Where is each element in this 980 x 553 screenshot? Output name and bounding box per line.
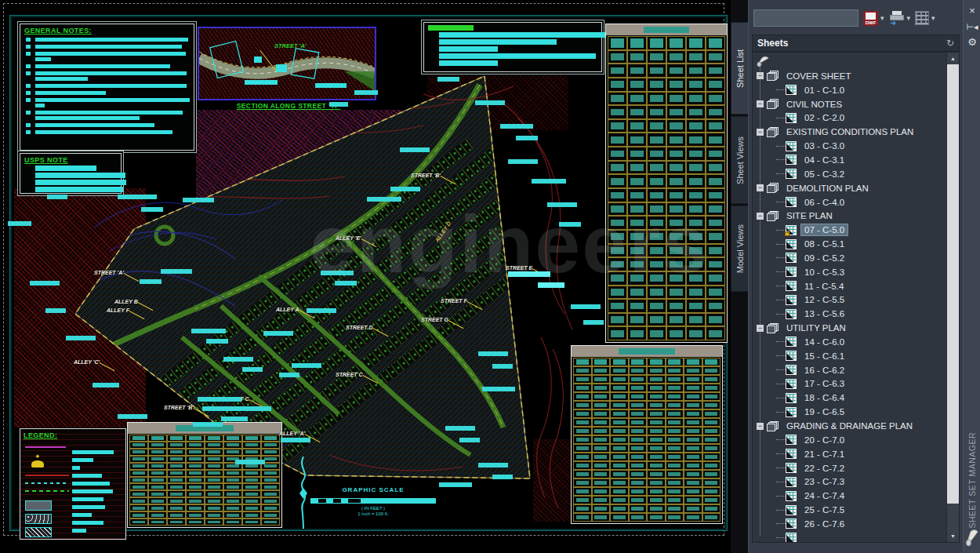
sheet-set-corner-icon[interactable] [964, 527, 980, 548]
scroll-down-button[interactable]: ▼ [947, 530, 959, 542]
sheet-label[interactable]: 21 - C-7.1 [801, 449, 848, 460]
tab-sheet-views[interactable]: Sheet Views [731, 116, 748, 204]
sheet-label[interactable]: 26 - C-7.6 [801, 518, 848, 529]
sheet-label[interactable]: 09 - C-5.2 [801, 253, 848, 264]
category-label[interactable]: GRADING & DRAINAGE PLAN [783, 420, 916, 431]
tree-sheet-row[interactable]: 06 - C-4.0 [753, 195, 946, 209]
category-label[interactable]: COVER SHEET [783, 71, 854, 82]
sheet-tree[interactable]: −COVER SHEET01 - C-1.0−CIVIL NOTES02 - C… [752, 52, 960, 543]
tree-sheet-row[interactable]: 18 - C-6.4 [753, 391, 946, 405]
tree-sheet-row[interactable]: 22 - C-7.2 [753, 461, 946, 475]
street-label: STREET G [421, 317, 448, 322]
tree-sheet-row[interactable]: 24 - C-7.4 [753, 489, 946, 503]
sheet-label[interactable]: 19 - C-6.5 [801, 406, 848, 417]
tree-sheet-row[interactable]: 04 - C-3.1 [753, 153, 946, 167]
tree-category-row[interactable]: −SITE PLAN [753, 209, 946, 223]
tree-sheet-row[interactable]: 16 - C-6.2 [753, 363, 946, 377]
sheet-icon [786, 141, 797, 151]
tree-sheet-row[interactable]: 13 - C-5.6 [753, 307, 946, 321]
category-label[interactable]: CIVIL NOTES [783, 99, 845, 110]
sheet-label[interactable]: 11 - C-5.4 [801, 281, 847, 292]
collapse-icon[interactable]: − [757, 325, 764, 332]
collapse-icon[interactable]: − [757, 72, 764, 79]
sheet-label[interactable]: 03 - C-3.0 [801, 140, 848, 151]
tree-sheet-row[interactable]: 20 - C-7.0 [753, 433, 946, 447]
palette-title-bar: × ⊢◂ ⚙ SHEET SET MANAGER [963, 0, 980, 553]
sheet-label[interactable]: 02 - C-2.0 [801, 112, 848, 123]
tree-sheet-row[interactable]: 21 - C-7.1 [753, 447, 946, 461]
category-label[interactable]: EXISTING CONDITIONS PLAN [783, 126, 916, 137]
sheet-label[interactable]: 08 - C-5.1 [801, 238, 848, 249]
tree-category-row[interactable]: −EXISTING CONDITIONS PLAN [753, 125, 946, 139]
sheet-label[interactable]: 15 - C-6.1 [801, 351, 848, 362]
sheet-label[interactable]: 12 - C-5.5 [801, 294, 848, 305]
tree-sheet-row[interactable]: 26 - C-7.6 [753, 517, 946, 531]
tree-sheet-row[interactable]: 02 - C-2.0 [753, 111, 946, 126]
tree-sheet-row[interactable]: 23 - C-7.3 [753, 475, 946, 489]
refresh-icon[interactable]: ↻ [946, 38, 954, 49]
scroll-up-button[interactable]: ▲ [947, 53, 959, 64]
tree-sheet-row[interactable]: 25 - C-7.5 [753, 503, 946, 517]
redacted-text-line [35, 91, 106, 95]
tree-sheet-row[interactable]: 01 - C-1.0 [753, 83, 946, 97]
collapse-icon[interactable]: − [757, 100, 764, 107]
close-icon[interactable]: × [964, 3, 980, 19]
category-label[interactable]: DEMOLITION PLAN [783, 183, 872, 194]
tree-sheet-row[interactable]: 08 - C-5.1 [753, 237, 946, 251]
tree-category-row[interactable]: −DEMOLITION PLAN [753, 181, 946, 195]
collapse-icon[interactable]: − [757, 213, 764, 220]
tree-sheet-row[interactable]: 14 - C-6.0 [753, 335, 946, 349]
auto-hide-pin-icon[interactable]: ⊢◂ [964, 19, 980, 35]
sheet-label[interactable]: 17 - C-6.3 [801, 378, 848, 389]
tree-sheet-row[interactable]: 07 - C-5.0 [753, 223, 946, 237]
collapse-icon[interactable]: − [757, 184, 764, 191]
sheet-label[interactable]: 22 - C-7.2 [801, 463, 848, 474]
category-label[interactable]: UTILITY PLAN [783, 322, 849, 333]
cad-viewport[interactable]: GENERAL NOTES: USPS NOTE STREET 'A' [0, 0, 733, 553]
tab-sheet-list[interactable]: Sheet List [731, 22, 748, 115]
tree-sheet-row[interactable]: 17 - C-6.3 [753, 377, 946, 391]
sheet-label[interactable]: 01 - C-1.0 [801, 85, 848, 96]
sheet-label[interactable]: 23 - C-7.3 [801, 476, 848, 487]
tree-sheet-row[interactable]: 11 - C-5.4 [753, 279, 946, 293]
sheet-label[interactable]: 07 - C-5.0 [801, 224, 848, 235]
sheet-label[interactable]: 10 - C-5.3 [801, 267, 848, 278]
sheet-label[interactable]: 14 - C-6.0 [801, 337, 848, 347]
tree-sheet-row[interactable]: 15 - C-6.1 [753, 349, 946, 363]
tree-sheet-row[interactable]: 09 - C-5.2 [753, 251, 946, 265]
tree-sheet-row[interactable]: 03 - C-3.0 [753, 139, 946, 153]
sheet-label[interactable]: 25 - C-7.5 [801, 504, 848, 515]
publish-button[interactable]: ➜ ▾ [889, 9, 911, 27]
collapse-icon[interactable]: − [757, 129, 764, 136]
sheet-label[interactable]: 24 - C-7.4 [801, 490, 848, 501]
sheet-label[interactable]: 13 - C-5.6 [801, 308, 848, 319]
tree-sheet-row[interactable]: 12 - C-5.5 [753, 293, 946, 307]
sheet-label[interactable]: 04 - C-3.1 [801, 155, 848, 166]
scroll-thumb[interactable] [947, 64, 959, 504]
annotation-bar [221, 417, 248, 421]
sheet-label[interactable]: 16 - C-6.2 [801, 365, 848, 376]
publish-dwf-button[interactable]: DWF ▾ [863, 9, 884, 27]
tree-category-row[interactable]: −COVER SHEET [753, 69, 946, 83]
sheet-label[interactable]: 06 - C-4.0 [801, 197, 848, 208]
tree-sheet-row[interactable]: 10 - C-5.3 [753, 265, 946, 279]
sheet-label[interactable]: 20 - C-7.0 [801, 435, 848, 446]
tree-scrollbar[interactable]: ▲ ▼ [946, 53, 959, 542]
dwf-dropdown-arrow[interactable]: ▾ [880, 14, 884, 22]
sheet-selections-button[interactable]: ▾ [915, 9, 935, 27]
sheet-label[interactable]: 18 - C-6.4 [801, 392, 848, 403]
properties-gear-icon[interactable]: ⚙ [964, 35, 980, 50]
tree-category-row[interactable]: −CIVIL NOTES [753, 97, 946, 111]
tree-sheet-row[interactable]: 05 - C-3.2 [753, 167, 946, 181]
tab-model-views[interactable]: Model Views [731, 206, 748, 292]
sheet-label[interactable]: 05 - C-3.2 [801, 169, 848, 180]
tree-category-row[interactable]: −UTILITY PLAN [753, 321, 946, 335]
tree-sheet-row[interactable]: 19 - C-6.5 [753, 405, 946, 419]
search-input[interactable] [753, 9, 858, 27]
tree-category-row[interactable]: −GRADING & DRAINAGE PLAN [753, 419, 946, 433]
publish-dropdown-arrow[interactable]: ▾ [907, 14, 911, 22]
selections-dropdown-arrow[interactable]: ▾ [931, 14, 935, 22]
category-label[interactable]: SITE PLAN [783, 210, 836, 221]
collapse-icon[interactable]: − [757, 423, 764, 430]
sheet-selections-icon [915, 11, 929, 25]
